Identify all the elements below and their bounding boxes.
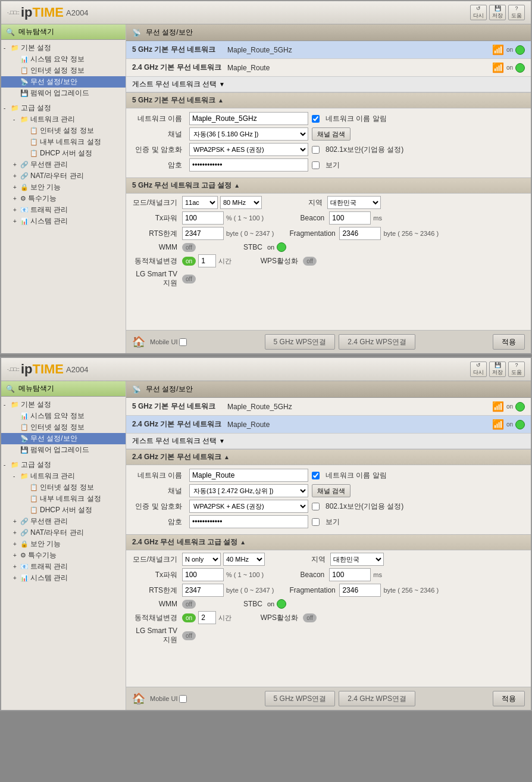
frag-input[interactable] [339,227,381,240]
sidebar-item-internal-net-2[interactable]: 📋 내부 네트워크 설정 [1,493,126,504]
region-select[interactable]: 대한민국 [327,196,381,209]
channel-search-button[interactable]: 채널 검색 [312,127,351,141]
net-5ghz-row[interactable]: 5 GHz 기본 무선 네트워크 Maple_Route_5GHz 📶 on [126,41,531,59]
doc-icon: 📋 [30,495,38,503]
sidebar-item-sysinfo[interactable]: 📊 시스템 요약 정보 [1,54,126,65]
dynamic-toggle[interactable]: on [182,257,196,266]
sidebar-item-nat-2[interactable]: + 🔗 NAT/라우터 관리 [1,527,126,538]
lg-toggle[interactable]: off [182,275,196,283]
rts-input-2[interactable] [182,584,224,597]
apply-button[interactable]: 적용 [493,334,525,350]
wps-5ghz-button-2[interactable]: 5 GHz WPS연결 [265,691,336,706]
wmm-toggle[interactable]: off [182,243,196,252]
sidebar-item-special[interactable]: + ⚙ 특수기능 [1,193,126,204]
sidebar-item-wireless-mgmt[interactable]: + 🔗 무선랜 관리 [1,159,126,170]
home-icon-2[interactable]: 🏠 [132,692,145,705]
apply-button-2[interactable]: 적용 [493,691,525,706]
dynamic-value-input-2[interactable] [198,611,216,624]
sidebar-item-sysinfo-2[interactable]: 📊 시스템 요약 정보 [1,410,126,422]
net-5ghz-row-2[interactable]: 5 GHz 기본 무선 네트워크 Maple_Route_5GHz 📶 on [126,398,531,416]
lg-toggle-2[interactable]: off [182,631,196,640]
net-24ghz-row[interactable]: 2.4 GHz 기본 무선 네트워크 Maple_Route 📶 on [126,59,531,77]
notify-checkbox[interactable] [312,115,320,123]
wps-5ghz-button[interactable]: 5 GHz WPS연결 [265,334,336,350]
gear-icon: ⚙ [20,195,26,202]
beacon-input[interactable] [329,211,371,225]
channel-select[interactable]: 자동(36 [ 5.180 GHz ]) [189,127,308,141]
sidebar-item-dhcp[interactable]: 📋 DHCP 서버 설정 [1,148,126,159]
netname-input-2[interactable] [189,469,308,482]
wmm-toggle-2[interactable]: off [182,600,196,609]
sidebar-item-internal-net[interactable]: 📋 내부 네트워크 설정 [1,136,126,148]
adv-cell-wps-2: WPS활성화 off [253,613,317,623]
netname-input[interactable] [189,112,308,125]
sidebar-item-special-2[interactable]: + ⚙ 특수기능 [1,550,126,561]
sidebar-item-security-2[interactable]: + 🔒 보안 기능 [1,538,126,550]
sidebar-item-system-mgmt-2[interactable]: + 📊 시스템 관리 [1,572,126,584]
bandwidth-select-2[interactable]: 40 MHz [223,553,265,566]
sidebar-item-firmware-2[interactable]: 💾 펌웨어 업그레이드 [1,444,126,456]
notify-checkbox-2[interactable] [312,472,320,479]
dynamic-value-input[interactable] [198,254,216,267]
auth-802-checkbox[interactable] [312,146,320,154]
sidebar-item-traffic[interactable]: + 📧 트래픽 관리 [1,204,126,216]
channel-search-button-2[interactable]: 채널 검색 [312,484,351,497]
password-input[interactable] [189,158,308,172]
auth-select-2[interactable]: WPA2PSK + AES (권장) [189,500,308,513]
sidebar-item-network-mgmt[interactable]: - 📁 네트워크 관리 [1,114,126,125]
mode-select[interactable]: 11ac [182,196,218,209]
sidebar-tree-2: - 📁 기본 설정 📊 시스템 요약 정보 📋 인터넷 설정 정보 [1,397,126,586]
wps-toggle-2[interactable]: off [303,613,317,622]
beacon-unit-2: ms [373,571,382,578]
sidebar-item-advanced[interactable]: - 📁 고급 설정 [1,102,126,114]
help-button-2[interactable]: ? 도움 [508,362,525,377]
region-select-2[interactable]: 대한민국 [330,553,384,566]
save-button[interactable]: 💾 저장 [489,5,506,20]
beacon-input-2[interactable] [329,568,371,581]
show-checkbox-2[interactable] [312,518,320,526]
lock-icon: 🔒 [20,183,29,191]
wps-toggle-state-2: off [306,615,313,621]
home-icon[interactable]: 🏠 [132,335,145,348]
wps-toggle[interactable]: off [303,257,317,266]
sidebar-item-security[interactable]: + 🔒 보안 기능 [1,182,126,193]
auth-802-checkbox-2[interactable] [312,503,320,510]
channel-select-2[interactable]: 자동(13 [ 2.472 GHz,상위 ]) [189,484,308,497]
dynamic-toggle-2[interactable]: on [182,613,196,622]
help-button[interactable]: ? 도움 [508,5,525,20]
rts-input[interactable] [182,227,224,240]
txpower-input[interactable] [182,211,224,225]
sidebar-item-internet-info[interactable]: 📋 인터넷 설정 정보 [1,65,126,76]
sidebar-item-dhcp-2[interactable]: 📋 DHCP 서버 설정 [1,504,126,516]
sidebar-item-traffic-2[interactable]: + 📧 트래픽 관리 [1,561,126,572]
sidebar-item-system-mgmt[interactable]: + 📊 시스템 관리 [1,216,126,227]
wps-24ghz-button-2[interactable]: 2.4 GHz WPS연결 [339,691,415,706]
bandwidth-select[interactable]: 80 MHz [220,196,262,209]
net-24ghz-row-2[interactable]: 2.4 GHz 기본 무선 네트워크 Maple_Route 📶 on [126,416,531,434]
sidebar-item-basic-settings[interactable]: - 📁 기본 설정 [1,42,126,54]
refresh-button-2[interactable]: ↺ 다시 [470,362,487,377]
sidebar-item-wireless-mgmt-2[interactable]: + 🔗 무선랜 관리 [1,516,126,527]
save-button-2[interactable]: 💾 저장 [489,362,506,377]
sidebar-item-internet-info2-2[interactable]: 📋 인터넷 설정 정보 [1,482,126,493]
toggle-on-label-24ghz: on [506,64,513,71]
sidebar-item-basic-settings-2[interactable]: - 📁 기본 설정 [1,399,126,410]
sidebar-item-internet-info-2[interactable]: 📋 인터넷 설정 정보 [1,422,126,433]
sidebar-item-network-mgmt-2[interactable]: - 📁 네트워크 관리 [1,471,126,482]
refresh-button[interactable]: ↺ 다시 [470,5,487,20]
mobile-ui-checkbox-2[interactable] [179,695,187,703]
password-input-2[interactable] [189,515,308,528]
wps-24ghz-button[interactable]: 2.4 GHz WPS연결 [339,334,415,350]
sidebar-item-wireless[interactable]: 📡 무선 설정/보안 [1,76,126,88]
txpower-input-2[interactable] [182,568,224,581]
sidebar-item-nat[interactable]: + 🔗 NAT/라우터 관리 [1,170,126,182]
sidebar-item-wireless-2[interactable]: 📡 무선 설정/보안 [1,433,126,444]
mode-select-2[interactable]: N only [182,553,221,566]
sidebar-item-advanced-2[interactable]: - 📁 고급 설정 [1,459,126,471]
show-checkbox[interactable] [312,161,320,169]
sidebar-item-firmware[interactable]: 💾 펌웨어 업그레이드 [1,88,126,99]
sidebar-item-internet-info2[interactable]: 📋 인터넷 설정 정보 [1,125,126,136]
frag-input-2[interactable] [339,584,381,597]
auth-select[interactable]: WPA2PSK + AES (권장) [189,143,308,156]
mobile-ui-checkbox[interactable] [179,338,187,346]
